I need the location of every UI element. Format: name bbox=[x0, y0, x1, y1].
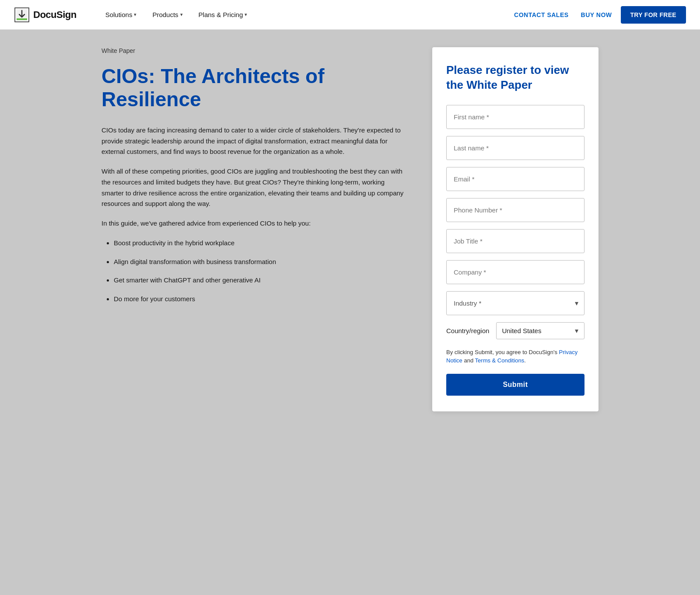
nav-item-products[interactable]: Products ▾ bbox=[144, 0, 190, 30]
phone-input[interactable] bbox=[446, 198, 584, 222]
try-for-free-button[interactable]: TRY FOR FREE bbox=[621, 6, 686, 24]
consent-text: By clicking Submit, you agree to DocuSig… bbox=[446, 348, 584, 365]
first-name-group bbox=[446, 105, 584, 129]
registration-form-card: Please register to view the White Paper bbox=[432, 47, 598, 411]
company-input[interactable] bbox=[446, 260, 584, 284]
country-region-row: Country/region United States United King… bbox=[446, 322, 584, 339]
job-title-input[interactable] bbox=[446, 229, 584, 253]
svg-rect-3 bbox=[17, 18, 27, 20]
nav-solutions-label: Solutions bbox=[105, 11, 133, 18]
list-item: Boost productivity in the hybrid workpla… bbox=[114, 238, 406, 249]
article-paragraph-2: With all of these competing priorities, … bbox=[102, 166, 406, 209]
chevron-down-icon: ▾ bbox=[134, 12, 136, 17]
terms-conditions-link[interactable]: Terms & Conditions bbox=[475, 357, 525, 364]
navbar: DocuSign Solutions ▾ Products ▾ Plans & … bbox=[0, 0, 700, 30]
industry-group: Industry * Technology Healthcare Finance… bbox=[446, 291, 584, 315]
country-select[interactable]: United States United Kingdom Canada Aust… bbox=[496, 322, 584, 339]
contact-sales-button[interactable]: CONTACT SALES bbox=[511, 11, 572, 18]
list-item: Align digital transformation with busine… bbox=[114, 257, 406, 268]
phone-group bbox=[446, 198, 584, 222]
article-list: Boost productivity in the hybrid workpla… bbox=[114, 238, 406, 305]
last-name-group bbox=[446, 136, 584, 160]
nav-plans-label: Plans & Pricing bbox=[199, 11, 243, 18]
docusign-logo-icon bbox=[14, 7, 30, 23]
article-body: CIOs today are facing increasing demand … bbox=[102, 125, 406, 305]
country-select-wrap: United States United Kingdom Canada Aust… bbox=[496, 322, 584, 339]
consent-and: and bbox=[464, 357, 473, 364]
nav-actions: CONTACT SALES BUY NOW TRY FOR FREE bbox=[511, 6, 686, 24]
job-title-group bbox=[446, 229, 584, 253]
page-content: White Paper CIOs: The Architects of Resi… bbox=[88, 30, 612, 429]
right-column: Please register to view the White Paper bbox=[432, 47, 598, 411]
company-group bbox=[446, 260, 584, 284]
country-label: Country/region bbox=[446, 327, 489, 334]
chevron-down-icon: ▾ bbox=[245, 12, 247, 17]
article-paragraph-1: CIOs today are facing increasing demand … bbox=[102, 125, 406, 157]
logo-text: DocuSign bbox=[33, 9, 77, 21]
last-name-input[interactable] bbox=[446, 136, 584, 160]
first-name-input[interactable] bbox=[446, 105, 584, 129]
email-group bbox=[446, 167, 584, 191]
left-column: White Paper CIOs: The Architects of Resi… bbox=[102, 47, 415, 313]
email-input[interactable] bbox=[446, 167, 584, 191]
article-title: CIOs: The Architects of Resilience bbox=[102, 65, 406, 111]
list-item: Get smarter with ChatGPT and other gener… bbox=[114, 275, 406, 286]
industry-select[interactable]: Industry * Technology Healthcare Finance… bbox=[446, 291, 584, 315]
consent-text-before: By clicking Submit, you agree to DocuSig… bbox=[446, 349, 557, 355]
list-item: Do more for your customers bbox=[114, 294, 406, 305]
buy-now-button[interactable]: BUY NOW bbox=[578, 11, 616, 18]
form-title: Please register to view the White Paper bbox=[446, 63, 584, 93]
breadcrumb: White Paper bbox=[102, 47, 406, 54]
submit-button[interactable]: Submit bbox=[446, 374, 584, 396]
chevron-down-icon: ▾ bbox=[180, 12, 183, 17]
logo-link[interactable]: DocuSign bbox=[14, 7, 77, 23]
consent-period: . bbox=[524, 357, 526, 364]
nav-products-label: Products bbox=[152, 11, 178, 18]
article-paragraph-3: In this guide, we've gathered advice fro… bbox=[102, 218, 406, 229]
nav-links: Solutions ▾ Products ▾ Plans & Pricing ▾ bbox=[98, 0, 511, 30]
nav-item-solutions[interactable]: Solutions ▾ bbox=[98, 0, 145, 30]
nav-item-plans[interactable]: Plans & Pricing ▾ bbox=[191, 0, 256, 30]
